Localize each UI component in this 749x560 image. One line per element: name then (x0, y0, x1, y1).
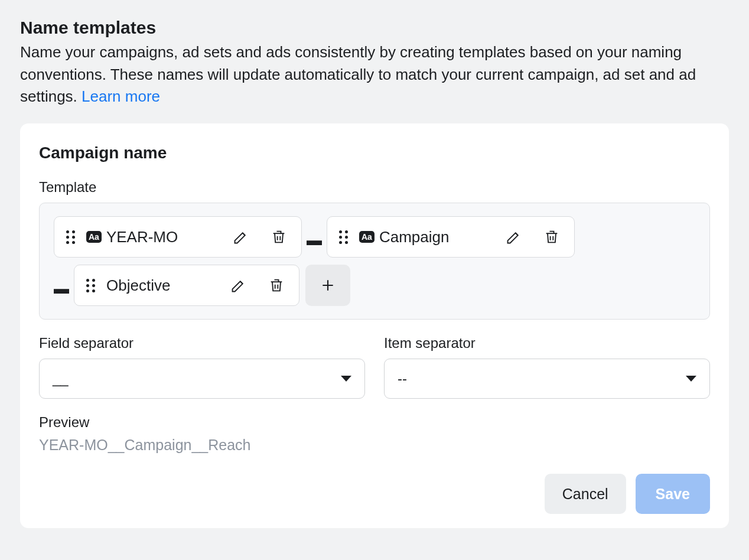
template-chip-objective[interactable]: Objective (74, 265, 299, 306)
page-title: Name templates (20, 18, 729, 38)
chevron-down-icon (686, 376, 696, 382)
text-field-icon: Aa (86, 231, 102, 243)
preview-value: YEAR-MO__Campaign__Reach (39, 437, 710, 454)
field-separator-value: __ (53, 370, 69, 387)
drag-handle-icon[interactable] (66, 230, 80, 244)
preview-label: Preview (39, 414, 710, 431)
item-separator-select[interactable]: -- (384, 359, 710, 399)
add-template-field-button[interactable] (305, 265, 350, 306)
chip-label: Objective (106, 276, 222, 295)
text-field-icon: Aa (359, 231, 374, 243)
delete-icon[interactable] (539, 224, 565, 250)
template-chip-year-mo[interactable]: Aa YEAR-MO (54, 216, 302, 258)
template-label: Template (39, 179, 710, 196)
chip-label: Campaign (379, 228, 497, 246)
drag-handle-icon[interactable] (86, 279, 100, 292)
separator-icon: ▬ (54, 279, 74, 298)
edit-icon[interactable] (228, 224, 254, 250)
edit-icon[interactable] (501, 224, 527, 250)
page-description: Name your campaigns, ad sets and ads con… (20, 41, 729, 108)
template-chip-campaign[interactable]: Aa Campaign (327, 216, 575, 258)
field-separator-select[interactable]: __ (39, 359, 365, 399)
campaign-name-title: Campaign name (39, 144, 710, 162)
field-separator-label: Field separator (39, 335, 365, 351)
footer-actions: Cancel Save (39, 474, 710, 514)
cancel-button[interactable]: Cancel (545, 474, 626, 514)
item-separator-label: Item separator (384, 335, 710, 351)
delete-icon[interactable] (266, 224, 292, 250)
drag-handle-icon[interactable] (339, 230, 353, 244)
chevron-down-icon (341, 376, 351, 382)
campaign-name-card: Campaign name Template Aa YEAR-MO ▬ (20, 123, 729, 528)
separator-icon: ▬ (302, 231, 327, 249)
item-separator-value: -- (398, 370, 407, 387)
save-button[interactable]: Save (636, 474, 710, 514)
edit-icon[interactable] (226, 272, 252, 298)
chip-label: YEAR-MO (106, 228, 224, 246)
learn-more-link[interactable]: Learn more (82, 87, 160, 105)
delete-icon[interactable] (263, 272, 289, 298)
template-builder: Aa YEAR-MO ▬ Aa Campaign (39, 203, 710, 320)
